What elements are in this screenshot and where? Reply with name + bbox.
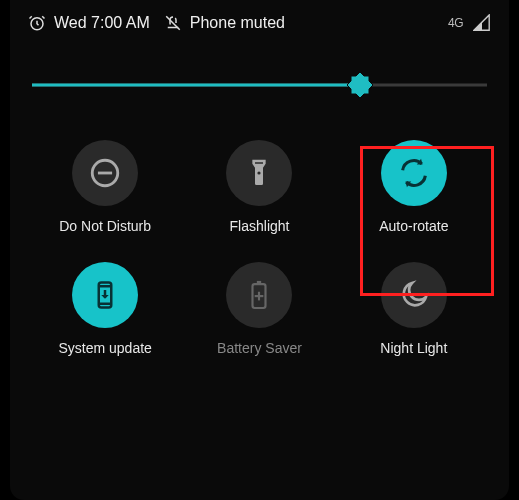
status-right: 4G	[448, 14, 491, 32]
svg-marker-1	[347, 72, 373, 98]
tile-label: Flashlight	[230, 218, 290, 234]
status-bar: Wed 7:00 AM Phone muted 4G	[10, 0, 509, 42]
tile-flashlight[interactable]: Flashlight	[182, 140, 336, 234]
tiles-grid: Do Not Disturb Flashlight Auto-rotat	[10, 130, 509, 376]
svg-point-4	[258, 171, 261, 174]
status-left: Wed 7:00 AM Phone muted	[28, 14, 285, 32]
flashlight-icon	[226, 140, 292, 206]
quick-settings-panel: Wed 7:00 AM Phone muted 4G	[10, 0, 509, 500]
slider-thumb[interactable]	[345, 70, 375, 100]
tile-systemupdate[interactable]: System update	[28, 262, 182, 356]
batterysaver-icon	[226, 262, 292, 328]
network-label: 4G	[448, 16, 463, 30]
systemupdate-icon	[72, 262, 138, 328]
slider-fill	[32, 84, 360, 87]
mute-icon	[164, 14, 182, 32]
tile-label: Auto-rotate	[379, 218, 448, 234]
tile-label: Night Light	[380, 340, 447, 356]
alarm-time: Wed 7:00 AM	[54, 14, 150, 32]
alarm-icon	[28, 14, 46, 32]
tile-dnd[interactable]: Do Not Disturb	[28, 140, 182, 234]
tile-nightlight[interactable]: Night Light	[337, 262, 491, 356]
svg-rect-10	[257, 281, 261, 284]
tile-label: Battery Saver	[217, 340, 302, 356]
tile-label: Do Not Disturb	[59, 218, 151, 234]
tile-autorotate[interactable]: Auto-rotate	[337, 140, 491, 234]
mute-label: Phone muted	[190, 14, 285, 32]
autorotate-icon	[381, 140, 447, 206]
brightness-slider[interactable]	[32, 60, 487, 110]
signal-icon	[473, 14, 491, 32]
tile-batterysaver[interactable]: Battery Saver	[182, 262, 336, 356]
tile-label: System update	[58, 340, 151, 356]
dnd-icon	[72, 140, 138, 206]
nightlight-icon	[381, 262, 447, 328]
